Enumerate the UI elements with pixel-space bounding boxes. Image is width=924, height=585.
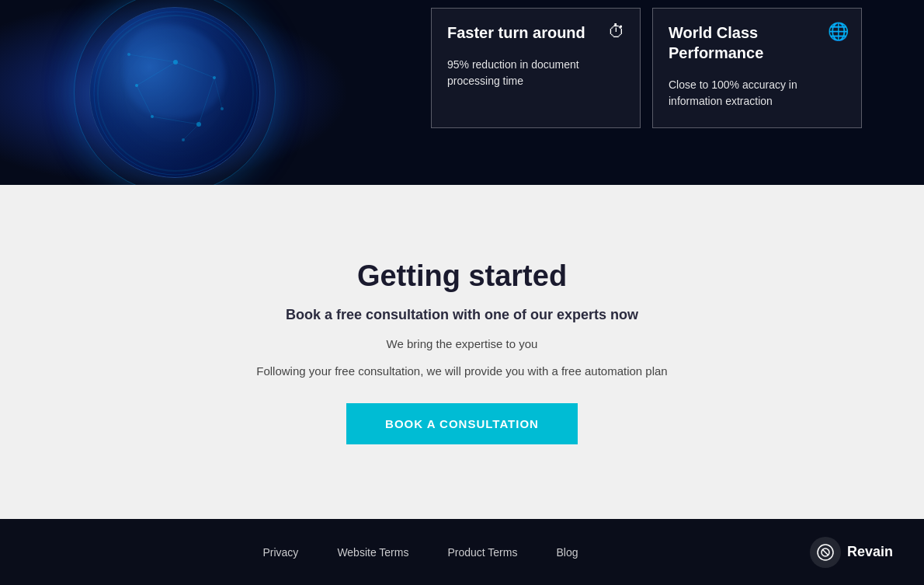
svg-line-14 bbox=[214, 78, 222, 109]
svg-point-16 bbox=[94, 12, 257, 175]
book-consultation-button[interactable]: BOOK A CONSULTATION bbox=[346, 403, 578, 444]
footer-brand-name: Revain bbox=[847, 544, 893, 560]
svg-line-15 bbox=[183, 124, 199, 140]
globe-background bbox=[0, 0, 349, 185]
footer-link-privacy[interactable]: Privacy bbox=[262, 546, 298, 559]
footer-link-product-terms[interactable]: Product Terms bbox=[447, 546, 517, 559]
svg-line-20 bbox=[822, 549, 828, 555]
faster-turnaround-card: ⏱ Faster turn around 95% reduction in do… bbox=[431, 8, 641, 128]
timer-icon: ⏱ bbox=[605, 20, 628, 44]
world-class-card: 🌐 World Class Performance Close to 100% … bbox=[652, 8, 862, 128]
svg-line-9 bbox=[175, 62, 214, 78]
svg-line-10 bbox=[137, 85, 152, 117]
footer-link-website-terms[interactable]: Website Terms bbox=[337, 546, 408, 559]
network-svg bbox=[90, 8, 260, 178]
expertise-text: We bring the expertise to you bbox=[387, 337, 538, 350]
consultation-subtitle: Book a free consultation with one of our… bbox=[286, 307, 638, 323]
globe-visual bbox=[89, 7, 260, 178]
svg-line-12 bbox=[152, 117, 199, 124]
svg-line-13 bbox=[129, 54, 175, 62]
card2-description: Close to 100% accuracy in information ex… bbox=[669, 77, 846, 110]
revain-logo-icon bbox=[810, 537, 841, 568]
getting-started-title: Getting started bbox=[357, 259, 567, 293]
card2-title: World Class Performance bbox=[669, 23, 846, 63]
footer-nav: Privacy Website Terms Product Terms Blog bbox=[31, 546, 810, 559]
hero-section: ⏱ Faster turn around 95% reduction in do… bbox=[0, 0, 924, 185]
footer: Privacy Website Terms Product Terms Blog… bbox=[0, 519, 924, 585]
footer-link-blog[interactable]: Blog bbox=[556, 546, 578, 559]
svg-line-8 bbox=[137, 62, 175, 85]
card1-description: 95% reduction in document processing tim… bbox=[447, 57, 624, 89]
footer-logo: Revain bbox=[810, 537, 893, 568]
card1-title: Faster turn around bbox=[447, 23, 624, 43]
svg-line-11 bbox=[199, 78, 214, 124]
plan-text: Following your free consultation, we wil… bbox=[256, 364, 667, 378]
globe-icon: 🌐 bbox=[826, 20, 849, 44]
middle-section: Getting started Book a free consultation… bbox=[0, 185, 924, 519]
revain-icon-svg bbox=[816, 543, 835, 562]
svg-point-17 bbox=[98, 16, 253, 171]
feature-cards: ⏱ Faster turn around 95% reduction in do… bbox=[431, 8, 862, 128]
